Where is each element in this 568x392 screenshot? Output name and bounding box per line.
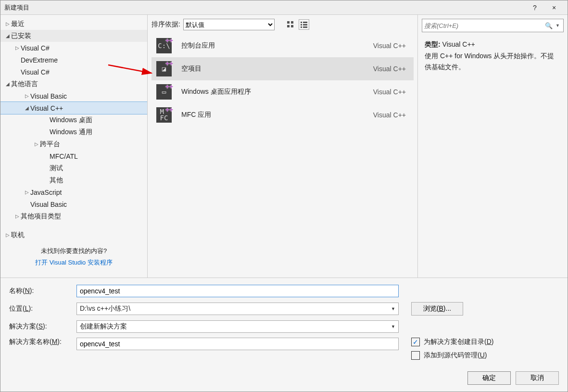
- solution-combo[interactable]: 创建新解决方案▼: [76, 320, 399, 333]
- add-source-control-checkbox[interactable]: 添加到源代码管理(U): [411, 351, 493, 360]
- expand-arrow-icon[interactable]: ▷: [14, 214, 21, 219]
- template-row[interactable]: ▭++Windows 桌面应用程序Visual C++: [151, 80, 414, 103]
- expand-arrow-icon[interactable]: ▷: [24, 93, 30, 99]
- template-row[interactable]: C:\++控制台应用Visual C++: [151, 34, 414, 57]
- category-tree: ▷最近 ◢已安装 ▷Visual C#DevExtremeVisual C#◢其…: [0, 15, 148, 278]
- tree-item-label: Visual Basic: [30, 201, 67, 208]
- ok-button[interactable]: 确定: [467, 371, 511, 385]
- cancel-button[interactable]: 取消: [516, 371, 559, 385]
- tree-installed[interactable]: ◢已安装: [0, 30, 147, 42]
- close-button[interactable]: ×: [544, 1, 564, 14]
- template-name: Windows 桌面应用程序: [181, 88, 373, 96]
- svg-rect-8: [301, 26, 302, 28]
- tree-item-label: DevExtreme: [21, 56, 58, 64]
- tree-item[interactable]: MFC/ATL: [0, 150, 147, 162]
- svg-rect-3: [291, 25, 293, 27]
- tree-item[interactable]: 其他: [0, 174, 147, 186]
- search-dropdown-icon[interactable]: ▼: [554, 23, 561, 28]
- name-input[interactable]: [76, 285, 399, 297]
- tree-item-label: 测试: [50, 164, 63, 173]
- template-icon: M FC++: [156, 107, 172, 123]
- search-box[interactable]: 🔍 ▼: [422, 19, 564, 32]
- template-list: C:\++控制台应用Visual C++◪++空项目Visual C++▭++W…: [148, 32, 417, 278]
- solution-name-input[interactable]: [76, 338, 399, 350]
- not-found-text: 未找到你要查找的内容?: [0, 247, 147, 255]
- svg-rect-9: [303, 26, 307, 28]
- template-icon: C:\++: [156, 38, 172, 53]
- sort-label: 排序依据:: [151, 20, 180, 29]
- tree-item-label: Visual C#: [21, 68, 50, 76]
- svg-rect-1: [291, 21, 293, 24]
- tree-item[interactable]: ▷JavaScript: [0, 186, 147, 198]
- tree-item[interactable]: ▷Visual C#: [0, 42, 147, 54]
- tree-item[interactable]: Windows 通用: [0, 126, 147, 138]
- tree-item[interactable]: ◢Visual C++: [0, 102, 147, 114]
- view-medium-icons[interactable]: [285, 19, 296, 30]
- tree-item[interactable]: 测试: [0, 162, 147, 174]
- titlebar: 新建项目 ? ×: [0, 0, 568, 15]
- svg-rect-5: [303, 22, 307, 23]
- template-language: Visual C++: [373, 111, 409, 119]
- tree-item-label: Windows 桌面: [50, 116, 92, 125]
- svg-rect-0: [287, 21, 290, 24]
- template-icon: ◪++: [156, 61, 172, 76]
- template-language: Visual C++: [373, 88, 409, 96]
- tree-item-label: Visual Basic: [30, 92, 67, 100]
- tree-item-label: 其他: [50, 176, 63, 185]
- tree-item-label: MFC/ATL: [50, 152, 78, 160]
- template-row[interactable]: ◪++空项目Visual C++: [151, 57, 414, 80]
- tree-item-label: Visual C++: [30, 104, 63, 112]
- open-installer-link[interactable]: 打开 Visual Studio 安装程序: [0, 258, 147, 267]
- name-label: 名称(N):: [9, 287, 72, 295]
- template-row[interactable]: M FC++MFC 应用Visual C++: [151, 103, 414, 126]
- tree-item-label: JavaScript: [30, 189, 62, 196]
- tree-item[interactable]: DevExtreme: [0, 54, 147, 66]
- tree-item-label: 跨平台: [40, 140, 60, 149]
- tree-item[interactable]: ▷跨平台: [0, 138, 147, 150]
- browse-button[interactable]: 浏览(B)...: [411, 302, 463, 316]
- template-name: 空项目: [181, 64, 373, 73]
- expand-arrow-icon[interactable]: ◢: [4, 81, 11, 87]
- tree-item-label: Visual C#: [21, 44, 50, 52]
- template-description: 使用 C++ for Windows 从头开始操作。不提供基础文件。: [425, 51, 561, 72]
- tree-recent[interactable]: ▷最近: [0, 18, 147, 30]
- type-row: 类型: Visual C++: [425, 39, 561, 50]
- expand-arrow-icon[interactable]: ▷: [14, 45, 21, 51]
- tree-item-label: Windows 通用: [50, 128, 92, 137]
- tree-item[interactable]: Windows 桌面: [0, 114, 147, 126]
- solution-label: 解决方案(S):: [9, 322, 72, 331]
- expand-arrow-icon[interactable]: ▷: [33, 141, 40, 147]
- sort-dropdown[interactable]: 默认值: [183, 19, 275, 30]
- svg-rect-4: [301, 22, 302, 23]
- template-icon: ▭++: [156, 84, 172, 100]
- tree-item[interactable]: ▷Visual Basic: [0, 90, 147, 102]
- tree-item[interactable]: ◢其他语言: [0, 78, 147, 90]
- search-input[interactable]: [424, 22, 543, 29]
- tree-item[interactable]: Visual Basic: [0, 198, 147, 210]
- svg-rect-7: [303, 24, 307, 25]
- svg-rect-6: [301, 24, 302, 25]
- svg-rect-2: [287, 25, 290, 27]
- template-language: Visual C++: [373, 65, 409, 73]
- view-small-icons[interactable]: [299, 19, 309, 30]
- template-name: 控制台应用: [181, 41, 373, 50]
- create-dir-checkbox[interactable]: ✓为解决方案创建目录(D): [411, 338, 493, 346]
- template-language: Visual C++: [373, 42, 409, 50]
- help-button[interactable]: ?: [525, 1, 544, 14]
- location-label: 位置(L):: [9, 304, 72, 313]
- tree-item-label: 其他项目类型: [21, 212, 61, 221]
- tree-item[interactable]: ▷其他项目类型: [0, 210, 147, 222]
- tree-item-label: 其他语言: [11, 80, 38, 89]
- window-title: 新建项目: [4, 3, 525, 12]
- template-name: MFC 应用: [181, 111, 373, 119]
- search-icon[interactable]: 🔍: [543, 22, 554, 29]
- tree-item[interactable]: Visual C#: [0, 66, 147, 78]
- template-toolbar: 排序依据: 默认值: [148, 15, 417, 32]
- tree-online[interactable]: ▷联机: [0, 229, 147, 241]
- expand-arrow-icon[interactable]: ▷: [24, 190, 30, 195]
- location-combo[interactable]: D:\vs c++小练习\▼: [76, 303, 399, 315]
- solution-name-label: 解决方案名称(M):: [9, 338, 72, 346]
- expand-arrow-icon[interactable]: ◢: [24, 105, 30, 111]
